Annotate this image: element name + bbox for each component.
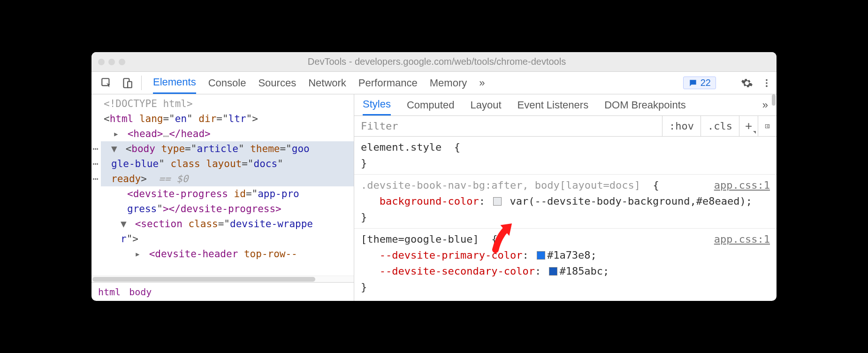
svg-point-3 xyxy=(766,79,768,81)
minimize-dot[interactable] xyxy=(108,59,115,65)
subtab-event-listeners[interactable]: Event Listeners xyxy=(518,94,589,115)
rule-body-layout-docs[interactable]: app.css:1 .devsite-book-nav-bg:after, bo… xyxy=(354,175,777,229)
dom-body-selected[interactable]: ▼ <body type="article" theme="goo xyxy=(101,141,354,156)
crumb-body[interactable]: body xyxy=(129,286,152,298)
selector: .devsite-book-nav-bg:after, body[layout=… xyxy=(361,179,640,191)
window-title: DevTools - developers.google.com/web/too… xyxy=(137,56,770,67)
expand-icon[interactable]: ▸ xyxy=(113,126,122,141)
traffic-lights xyxy=(98,59,125,65)
dom-section-l2[interactable]: r"> xyxy=(101,231,354,246)
rule-element-style[interactable]: element.style { } xyxy=(354,137,777,175)
css-value[interactable]: #185abc xyxy=(559,265,603,277)
chat-icon xyxy=(688,78,698,88)
dom-doctype[interactable]: <!DOCTYPE html> xyxy=(101,96,354,111)
dom-panel: <!DOCTYPE html> <html lang="en" dir="ltr… xyxy=(91,94,354,301)
subtab-styles[interactable]: Styles xyxy=(363,94,391,115)
selector: [theme=google-blue] xyxy=(361,233,479,245)
collapse-icon[interactable]: ▼ xyxy=(121,216,129,231)
cls-toggle[interactable]: .cls xyxy=(700,116,739,136)
more-menu-icon[interactable] xyxy=(761,77,772,89)
dom-horizontal-scrollbar[interactable] xyxy=(91,276,354,282)
dom-progress-l2[interactable]: gress"></devsite-progress> xyxy=(101,201,354,216)
panes: <!DOCTYPE html> <html lang="en" dir="ltr… xyxy=(91,94,777,301)
breadcrumb: html body xyxy=(91,282,354,301)
hov-toggle[interactable]: :hov xyxy=(662,116,700,136)
css-prop-secondary-color[interactable]: --devsite-secondary-color xyxy=(380,265,535,277)
dom-header[interactable]: ▸ <devsite-header top-row-- xyxy=(101,246,354,261)
tab-performance[interactable]: Performance xyxy=(358,72,418,94)
dom-section[interactable]: ▼ <section class="devsite-wrappe xyxy=(101,216,354,231)
color-swatch-icon[interactable] xyxy=(493,197,502,206)
css-value[interactable]: #1a73e8 xyxy=(547,249,591,261)
scroll-indicator[interactable] xyxy=(772,94,776,106)
svg-point-4 xyxy=(766,82,768,84)
separator xyxy=(141,76,142,90)
crumb-html[interactable]: html xyxy=(98,286,121,298)
style-rules: element.style { } app.css:1 .devsite-boo… xyxy=(354,137,777,298)
rule-theme-google-blue[interactable]: app.css:1 [theme=google-blue] { --devsit… xyxy=(354,229,777,298)
dom-body-selected-l3[interactable]: ready> == $0 xyxy=(101,171,354,186)
dom-head[interactable]: ▸ <head>…</head> xyxy=(101,126,354,141)
subtabs-overflow-icon[interactable]: » xyxy=(762,94,768,115)
main-toolbar: Elements Console Sources Network Perform… xyxy=(91,72,777,94)
dom-tree[interactable]: <!DOCTYPE html> <html lang="en" dir="ltr… xyxy=(91,94,354,276)
rule-source-link[interactable]: app.css:1 xyxy=(714,177,770,193)
messages-count: 22 xyxy=(700,77,711,88)
toolbar-right: 22 xyxy=(683,72,772,94)
styles-filter-bar: :hov .cls + xyxy=(354,116,777,137)
main-tabs: Elements Console Sources Network Perform… xyxy=(145,72,683,94)
new-style-rule-button[interactable]: + xyxy=(739,116,758,136)
tab-console[interactable]: Console xyxy=(208,72,246,94)
svg-point-5 xyxy=(766,85,768,87)
svg-rect-6 xyxy=(765,124,769,128)
tabs-overflow-icon[interactable]: » xyxy=(479,72,485,94)
expand-icon[interactable]: ▸ xyxy=(135,246,143,261)
dom-html-open[interactable]: <html lang="en" dir="ltr"> xyxy=(101,111,354,126)
styles-tabs: Styles Computed Layout Event Listeners D… xyxy=(354,94,777,116)
color-swatch-icon[interactable] xyxy=(549,267,557,276)
subtab-layout[interactable]: Layout xyxy=(470,94,501,115)
selector: element.style xyxy=(361,141,442,153)
collapse-icon[interactable]: ▼ xyxy=(111,141,120,156)
styles-panel: Styles Computed Layout Event Listeners D… xyxy=(354,94,777,301)
inspect-icon[interactable] xyxy=(96,72,117,94)
close-dot[interactable] xyxy=(98,59,105,65)
svg-rect-2 xyxy=(128,81,132,87)
rule-source-link[interactable]: app.css:1 xyxy=(714,231,770,247)
dom-progress[interactable]: <devsite-progress id="app-pro xyxy=(101,186,354,201)
zoom-dot[interactable] xyxy=(119,59,125,65)
subtab-computed[interactable]: Computed xyxy=(407,94,455,115)
css-prop-primary-color[interactable]: --devsite-primary-color xyxy=(380,249,523,261)
subtab-dom-breakpoints[interactable]: DOM Breakpoints xyxy=(604,94,686,115)
device-toggle-icon[interactable] xyxy=(117,72,137,94)
settings-icon[interactable] xyxy=(741,77,753,89)
console-messages-badge[interactable]: 22 xyxy=(683,77,716,89)
tab-elements[interactable]: Elements xyxy=(153,72,196,94)
dom-body-selected-l2[interactable]: gle-blue" class layout="docs" xyxy=(101,156,354,171)
window-titlebar: DevTools - developers.google.com/web/too… xyxy=(91,52,777,72)
devtools-window: DevTools - developers.google.com/web/too… xyxy=(91,52,777,301)
color-swatch-icon[interactable] xyxy=(537,251,545,260)
toggle-sidebar-icon[interactable] xyxy=(758,116,777,136)
tab-sources[interactable]: Sources xyxy=(258,72,296,94)
css-prop-background-color[interactable]: background-color xyxy=(380,195,479,207)
tab-memory[interactable]: Memory xyxy=(430,72,467,94)
styles-filter-input[interactable] xyxy=(354,120,662,132)
tab-network[interactable]: Network xyxy=(308,72,346,94)
css-value[interactable]: var(--devsite-body-background,#e8eaed) xyxy=(510,195,746,207)
